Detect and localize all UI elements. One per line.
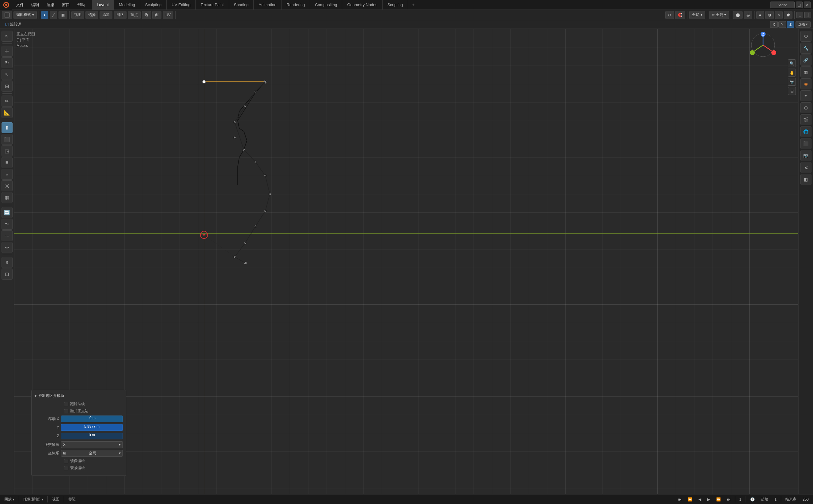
tool-poly-build[interactable]: ▦ [2, 192, 13, 203]
material-shading[interactable]: ◑ [765, 11, 774, 19]
flip-normals-checkbox[interactable] [64, 402, 68, 406]
view-menu[interactable]: 视图 [71, 11, 84, 19]
panel-collapse-btn[interactable]: ▾ [35, 394, 36, 398]
coord-dropdown[interactable]: ⊞ 全局 ▾ [61, 450, 123, 457]
tool-move[interactable]: ✛ [2, 46, 13, 57]
play-btn[interactable]: ▶ [706, 497, 712, 502]
move-y-input[interactable]: 5.9977 m [61, 424, 123, 431]
tool-annotate[interactable]: ✏ [2, 96, 13, 107]
tool-extrude[interactable]: ⬆ [2, 122, 13, 133]
prev-frame-btn[interactable]: ⏪ [686, 497, 694, 502]
sidebar-toggle[interactable]: ⎦ [804, 12, 811, 18]
face-mode[interactable]: ▦ [58, 11, 67, 19]
add-workspace-button[interactable]: + [408, 0, 418, 10]
next-frame-btn[interactable]: ⏩ [714, 497, 723, 502]
menu-help[interactable]: 帮助 [73, 0, 89, 10]
tool-slide[interactable]: ⇔ [2, 242, 13, 253]
maximize-btn[interactable]: ▢ [796, 2, 803, 8]
edge-menu[interactable]: 边 [142, 11, 151, 19]
tab-modeling[interactable]: Modeling [114, 0, 140, 10]
camera-btn[interactable]: 📷 [788, 78, 796, 86]
move-z-input[interactable]: 0 m [61, 433, 123, 439]
vertex-menu[interactable]: 顶点 [128, 11, 141, 19]
fr-object-btn[interactable]: ⬛ [800, 138, 811, 149]
tab-scripting[interactable]: Scripting [382, 0, 409, 10]
fr-scene-btn[interactable]: 🎬 [800, 114, 811, 125]
frame-end-value[interactable]: 250 [801, 497, 811, 502]
tab-texture-paint[interactable]: Texture Paint [196, 0, 229, 10]
interpolation-btn[interactable]: 抠像(插帧) ▾ [21, 497, 45, 502]
tool-knife[interactable]: ⚔ [2, 180, 13, 191]
menu-file[interactable]: 文件 [12, 0, 28, 10]
jump-end-btn[interactable]: ⏭ [725, 497, 732, 502]
tool-shrink[interactable]: ⇳ [2, 257, 13, 268]
merge-normals-checkbox[interactable] [64, 409, 68, 413]
tool-select[interactable]: ↖ [2, 31, 13, 42]
eevee-shading[interactable]: ⬟ [784, 11, 792, 19]
menu-window[interactable]: 窗口 [58, 0, 73, 10]
zaxis-btn[interactable]: Z [787, 21, 794, 28]
tab-uv-editing[interactable]: UV Editing [167, 0, 195, 10]
uv-menu[interactable]: UV [163, 11, 173, 19]
tool-smooth[interactable]: 〜 [2, 219, 13, 230]
zoom-in-btn[interactable]: 🔍 [788, 59, 796, 67]
tab-animation[interactable]: Animation [254, 0, 281, 10]
mirror-checkbox[interactable] [64, 459, 68, 463]
menu-render[interactable]: 渲染 [43, 0, 58, 10]
mode-select[interactable]: 编辑模式 ▾ [13, 11, 37, 19]
fr-output-btn[interactable]: 🖨 [800, 162, 811, 173]
fr-constraints-btn[interactable]: 🔗 [800, 55, 811, 66]
pivot-checkbox-row[interactable]: ☑ 旋转源 [2, 20, 24, 29]
fr-modifier-btn[interactable]: 🔧 [800, 43, 811, 54]
marker-btn[interactable]: 标记 [66, 497, 77, 502]
playback-btn[interactable]: 回放 ▾ [2, 497, 16, 502]
fr-tools-btn[interactable]: ⚙ [800, 31, 811, 42]
xaxis-btn[interactable]: X [770, 21, 778, 28]
tab-geometry-nodes[interactable]: Geometry Nodes [342, 0, 382, 10]
tool-inset[interactable]: ⬛ [2, 134, 13, 145]
ortho-axis-dropdown[interactable]: X ▾ [61, 441, 123, 448]
tool-rotate[interactable]: ↻ [2, 57, 13, 68]
zoom-out-btn[interactable]: 🤚 [788, 69, 796, 77]
select-menu[interactable]: 选择 [85, 11, 98, 19]
tool-spin[interactable]: 🔄 [2, 207, 13, 218]
jump-start-btn[interactable]: ⏮ [676, 497, 683, 502]
close-btn[interactable]: ✕ [804, 2, 811, 8]
tool-transform[interactable]: ⊞ [2, 81, 13, 92]
select-btn2[interactable]: 选项 ▾ [796, 21, 811, 28]
xray-btn[interactable]: ◎ [744, 11, 752, 19]
tab-layout[interactable]: Layout [92, 0, 114, 10]
tool-bevel[interactable]: ◲ [2, 145, 13, 156]
grid-btn[interactable]: ⊞ [788, 87, 796, 95]
global-select[interactable]: 全局 ▾ [689, 11, 705, 19]
tool-randomize[interactable]: ⁓ [2, 230, 13, 241]
correct-checkbox[interactable] [64, 466, 68, 470]
tool-measure[interactable]: 📐 [2, 107, 13, 118]
fr-particles-btn[interactable]: ✦ [800, 90, 811, 101]
solid-shading[interactable]: ● [756, 11, 764, 19]
view-btn[interactable]: 视图 [50, 497, 61, 502]
tool-offset[interactable]: ⬦ [2, 169, 13, 180]
transform-gizmo[interactable]: ⊕ 全属 ▾ [709, 11, 729, 19]
mesh-menu[interactable]: 网格 [114, 11, 126, 19]
fr-render-btn[interactable]: 📷 [800, 150, 811, 161]
tool-scale[interactable]: ⤡ [2, 69, 13, 80]
frame-number[interactable]: 1 [773, 497, 778, 502]
viewport-icon-btn[interactable] [2, 11, 12, 19]
tool-push[interactable]: ⊡ [2, 269, 13, 280]
fr-data-btn[interactable]: ▦ [800, 66, 811, 77]
main-viewport[interactable]: 正交左视图 (1) 平面 Meters [14, 29, 798, 494]
fr-material-btn[interactable]: ◉ [800, 78, 811, 89]
tab-shading[interactable]: Shading [229, 0, 254, 10]
face-menu[interactable]: 面 [152, 11, 161, 19]
proportional-btn[interactable]: ⊙ [665, 11, 674, 19]
tab-rendering[interactable]: Rendering [281, 0, 310, 10]
tool-loop-cut[interactable]: ≡ [2, 157, 13, 168]
scene-select[interactable]: Scene [770, 2, 795, 8]
edge-mode[interactable]: ╱ [50, 11, 57, 19]
fr-world-btn[interactable]: 🌐 [800, 126, 811, 137]
overlay-btn[interactable]: ⬤ [733, 11, 743, 19]
rendered-shading[interactable]: ○ [775, 11, 783, 19]
play-reverse-btn[interactable]: ◀ [697, 497, 703, 502]
vertex-mode[interactable]: ● [41, 11, 48, 19]
